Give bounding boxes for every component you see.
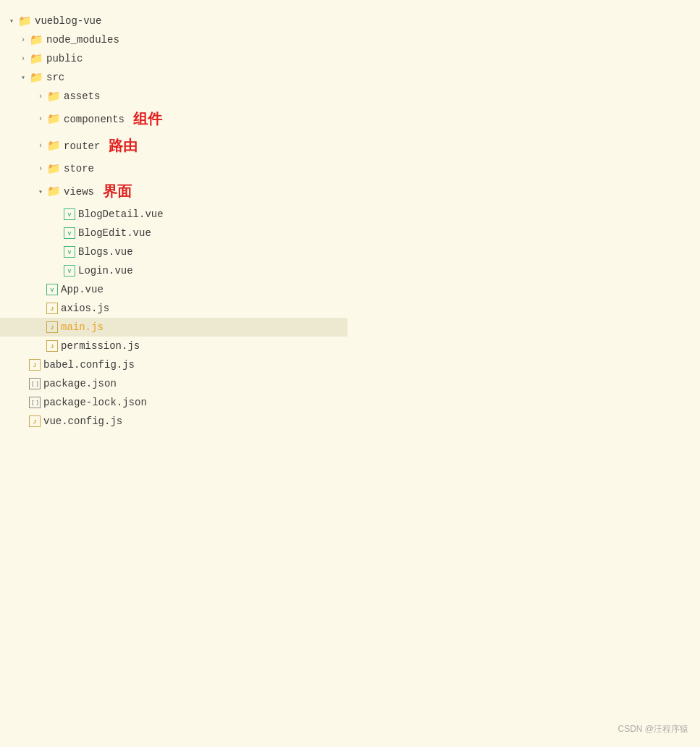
router-annotation: 路由: [109, 136, 138, 156]
login-label: Login.vue: [78, 265, 133, 277]
babel-spacer: [17, 359, 29, 371]
store-label: store: [64, 163, 94, 174]
components-chevron: [35, 114, 46, 125]
public-folder-icon: 📁: [29, 53, 43, 64]
blog-edit-label: BlogEdit.vue: [78, 227, 151, 239]
vue-config-icon: J: [29, 415, 41, 427]
public-chevron: [17, 53, 29, 64]
assets-label: assets: [64, 90, 100, 102]
watermark: CSDN @汪程序猿: [617, 723, 688, 735]
blog-edit-file[interactable]: V BlogEdit.vue: [0, 224, 347, 242]
package-json-spacer: [17, 378, 29, 389]
blog-detail-file[interactable]: V BlogDetail.vue: [0, 205, 347, 224]
package-lock-file[interactable]: [ ] package-lock.json: [0, 393, 347, 412]
app-vue-spacer: [35, 284, 46, 295]
node-modules-folder-icon: 📁: [29, 34, 43, 46]
assets-folder-icon: 📁: [46, 90, 61, 102]
src-folder[interactable]: 📁 src: [0, 68, 347, 87]
root-folder-icon: 📁: [17, 15, 32, 27]
permission-spacer: [35, 340, 46, 352]
src-folder-icon: 📁: [29, 72, 43, 83]
blogs-spacer: [52, 246, 64, 258]
permission-file[interactable]: J permission.js: [0, 337, 347, 355]
components-annotation: 组件: [133, 109, 162, 129]
axios-icon: J: [46, 303, 58, 314]
login-icon: V: [64, 265, 75, 277]
login-spacer: [52, 265, 64, 277]
main-js-icon: J: [46, 321, 58, 333]
blogs-file[interactable]: V Blogs.vue: [0, 242, 347, 261]
babel-config-file[interactable]: J babel.config.js: [0, 355, 347, 374]
root-label: vueblog-vue: [35, 15, 101, 27]
blog-detail-spacer: [52, 208, 64, 220]
root-folder[interactable]: 📁 vueblog-vue: [0, 12, 347, 30]
app-vue-label: App.vue: [61, 284, 104, 295]
blog-edit-spacer: [52, 227, 64, 239]
components-label: components: [64, 114, 125, 125]
node-modules-chevron: [17, 34, 29, 46]
blog-detail-icon: V: [64, 208, 75, 220]
public-label: public: [46, 53, 83, 64]
router-folder[interactable]: 📁 router 路由: [0, 132, 347, 159]
src-label: src: [46, 72, 64, 83]
app-vue-file[interactable]: V App.vue: [0, 280, 347, 299]
node-modules-folder[interactable]: 📁 node_modules: [0, 30, 347, 49]
main-js-file[interactable]: J main.js: [0, 318, 347, 337]
vue-config-spacer: [17, 415, 29, 427]
router-label: router: [64, 140, 100, 152]
node-modules-label: node_modules: [46, 34, 119, 46]
store-chevron: [35, 163, 46, 174]
store-folder[interactable]: 📁 store: [0, 159, 347, 178]
babel-label: babel.config.js: [43, 359, 135, 371]
assets-folder[interactable]: 📁 assets: [0, 87, 347, 106]
app-vue-icon: V: [46, 284, 58, 295]
vue-config-file[interactable]: J vue.config.js: [0, 412, 347, 431]
components-folder[interactable]: 📁 components 组件: [0, 106, 347, 132]
views-folder[interactable]: 📁 views 界面: [0, 178, 347, 205]
main-js-spacer: [35, 321, 46, 333]
public-folder[interactable]: 📁 public: [0, 49, 347, 68]
login-file[interactable]: V Login.vue: [0, 261, 347, 280]
package-json-file[interactable]: [ ] package.json: [0, 374, 347, 393]
permission-icon: J: [46, 340, 58, 352]
src-chevron: [17, 72, 29, 83]
axios-file[interactable]: J axios.js: [0, 299, 347, 318]
router-chevron: [35, 140, 46, 152]
permission-label: permission.js: [61, 340, 140, 352]
file-tree: 📁 vueblog-vue 📁 node_modules 📁 public 📁 …: [0, 0, 347, 442]
axios-label: axios.js: [61, 303, 109, 314]
views-folder-icon: 📁: [46, 186, 61, 198]
blogs-icon: V: [64, 246, 75, 258]
package-json-icon: [ ]: [29, 378, 41, 389]
package-json-label: package.json: [43, 378, 117, 389]
axios-spacer: [35, 303, 46, 314]
blog-detail-label: BlogDetail.vue: [78, 208, 164, 220]
package-lock-icon: [ ]: [29, 397, 41, 408]
main-js-label: main.js: [61, 321, 104, 333]
blogs-label: Blogs.vue: [78, 246, 133, 258]
views-chevron: [35, 186, 46, 198]
vue-config-label: vue.config.js: [43, 415, 122, 427]
router-folder-icon: 📁: [46, 140, 61, 152]
root-chevron: [6, 15, 17, 27]
store-folder-icon: 📁: [46, 163, 61, 174]
assets-chevron: [35, 90, 46, 102]
views-label: views: [64, 186, 94, 198]
package-lock-label: package-lock.json: [43, 397, 147, 408]
views-annotation: 界面: [103, 182, 132, 201]
blog-edit-icon: V: [64, 227, 75, 239]
package-lock-spacer: [17, 397, 29, 408]
babel-icon: J: [29, 359, 41, 371]
components-folder-icon: 📁: [46, 114, 61, 125]
